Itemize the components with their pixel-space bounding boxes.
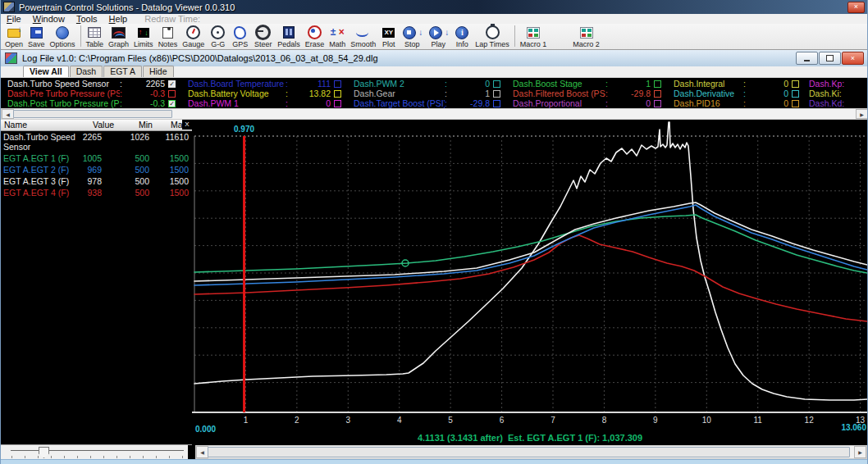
chart-hscrollbar-thumb[interactable] [208,447,850,457]
param-dash-pid16: Dash.PID16:0 [674,98,803,108]
param-colon: : [605,79,611,89]
param-checkbox-dash-turbo-speed-sensor[interactable]: ✓ [168,80,176,88]
param-checkbox-dash-pid16[interactable] [792,100,799,107]
dropdown-arrow-icon[interactable]: ↓ [445,28,449,37]
param-checkbox-dash-gear[interactable] [493,90,500,98]
tab-egt-a[interactable]: EGT A [103,66,142,77]
param-checkbox-dash-integral[interactable] [792,80,799,88]
param-checkbox-dash-post-turbo-pressure-psi[interactable]: ✓ [168,100,176,107]
column-header-value[interactable]: Value [93,120,114,130]
chart-hscrollbar[interactable]: ◀ ▶ [195,445,867,459]
save-icon [30,27,43,39]
gauge-icon [186,25,200,39]
toolbar-steer-button[interactable]: Steer [251,25,275,48]
param-column: Dash.Turbo Speed Sensor:2265✓Dash.Pre Tu… [7,79,180,108]
param-value: 111 [291,79,334,89]
param-colon: : [743,98,749,108]
x-range-start-label: 0.000 [195,425,216,434]
toolbar-macro-1-button[interactable]: Macro 1 [518,25,550,48]
toolbar-table-button[interactable]: Table [84,25,107,48]
params-hscrollbar[interactable]: ◀ ▶ [1,108,868,120]
toolbar-pedals-button[interactable]: Pedals [275,25,303,48]
signal-max: 1500 [149,188,189,198]
param-name: Dash.Target Boost (PSI) [354,98,445,108]
toolbar-limits-button[interactable]: Limits [131,25,156,48]
toolbar-notes-button[interactable]: Notes [156,25,180,48]
toolbar-macro-2-button[interactable]: Macro 2 [570,25,602,48]
column-header-name[interactable]: Name [4,120,27,130]
panel-close-button[interactable]: X [182,120,192,130]
params-hscrollbar-thumb[interactable] [13,110,172,118]
param-checkbox-dash-boost-stage[interactable] [654,80,661,88]
toolbar-open-button[interactable]: Open [2,25,25,48]
table-row-egt-a-egt-2-f[interactable]: EGT A.EGT 2 (F)9695001500 [1,164,192,175]
menu-tools[interactable]: Tools [71,14,103,24]
open-icon [7,25,22,39]
table-row-egt-a-egt-4-f[interactable]: EGT A.EGT 4 (F)9385001500 [1,187,192,198]
scroll-right-icon[interactable]: ▶ [854,446,866,458]
toolbar-label: Pedals [277,40,300,48]
toolbar-plot-button[interactable]: Plot [378,25,399,48]
toolbar-smooth-button[interactable]: Smooth [348,25,378,48]
child-restore-button[interactable] [819,52,841,65]
signal-name: EGT A.EGT 2 (F) [3,165,80,175]
param-name: Dash.PID16 [674,98,743,108]
logfile-icon [5,52,17,64]
toolbar-stop-button[interactable]: ↓Stop [399,25,425,48]
param-checkbox-dash-target-boost-psi[interactable] [493,100,500,107]
child-close-button[interactable]: × [842,52,864,65]
column-header-min[interactable]: Min [139,120,153,130]
param-value: 1 [450,89,493,98]
signal-value: 969 [80,165,102,175]
menu-help[interactable]: Help [103,14,134,24]
param-name: Dash.Turbo Speed Sensor [7,79,120,89]
toolbar-label: Options [50,40,75,48]
table-row-egt-a-egt-3-f[interactable]: EGT A.EGT 3 (F)9785001500 [1,175,192,187]
signal-value: 2265 [80,132,102,152]
param-name: Dash.Gear [354,89,445,98]
param-name: Dash.Board Temperature (F) [188,79,286,89]
param-dash-board-temperature-f: Dash.Board Temperature (F):111 [188,79,345,89]
toolbar-graph-button[interactable]: Graph [106,25,131,48]
param-name: Dash.Kd [809,98,842,108]
table-row-egt-a-egt-1-f[interactable]: EGT A.EGT 1 (F)10055001500 [1,152,192,164]
tab-hide[interactable]: Hide [143,66,174,77]
dropdown-arrow-icon[interactable]: ↓ [418,28,423,37]
table-row-dash-turbo-speed-sensor[interactable]: Dash.Turbo Speed Sensor2265102611610 [1,131,192,152]
toolbar-info-button[interactable]: Info [451,25,473,48]
param-checkbox-dash-derivative[interactable] [792,90,799,98]
param-checkbox-dash-pwm-1[interactable] [334,100,341,107]
toolbar-play-button[interactable]: ↓Play [425,25,451,48]
list-scale-slider[interactable] [1,444,192,459]
toolbar-erase-button[interactable]: Erase [303,25,327,48]
toolbar-lap-times-button[interactable]: Lap Times [473,25,512,48]
param-checkbox-dash-pwm-2[interactable] [493,80,500,88]
param-checkbox-dash-proportional[interactable] [654,100,661,107]
child-minimize-button[interactable] [796,52,818,65]
param-checkbox-dash-board-temperature-f[interactable] [334,80,341,88]
chart-plot[interactable]: 0.970123456789101112130.00013.0604.1131 … [192,120,868,445]
toolbar-gps-button[interactable]: GPS [229,25,251,48]
toolbar-save-button[interactable]: Save [25,25,48,48]
scroll-right-icon[interactable]: ▶ [856,109,868,119]
cursor-time-label: 0.970 [234,125,254,134]
param-checkbox-dash-pre-turbo-pressure-psi[interactable] [168,90,176,98]
param-colon: : [120,89,126,98]
toolbar-gauge-button[interactable]: Gauge [180,25,207,48]
toolbar-label: G-G [211,40,225,48]
tab-dash[interactable]: Dash [70,66,103,77]
param-checkbox-dash-filtered-boost-psi[interactable] [654,90,661,98]
param-colon: : [286,89,291,98]
plot-icon [382,28,395,38]
menu-file[interactable]: File [1,14,27,24]
param-checkbox-dash-battery-voltage[interactable] [334,90,341,98]
tab-view-all[interactable]: View All [23,66,69,77]
toolbar-label: Save [28,40,45,48]
scroll-left-icon[interactable]: ◀ [2,109,14,119]
window-close-button[interactable]: × [847,2,865,13]
scroll-left-icon[interactable]: ◀ [196,446,208,458]
toolbar-g-g-button[interactable]: G-G [207,25,229,48]
toolbar-math-button[interactable]: Math [327,25,348,48]
menu-window[interactable]: Window [27,14,71,24]
toolbar-options-button[interactable]: Options [48,25,78,48]
